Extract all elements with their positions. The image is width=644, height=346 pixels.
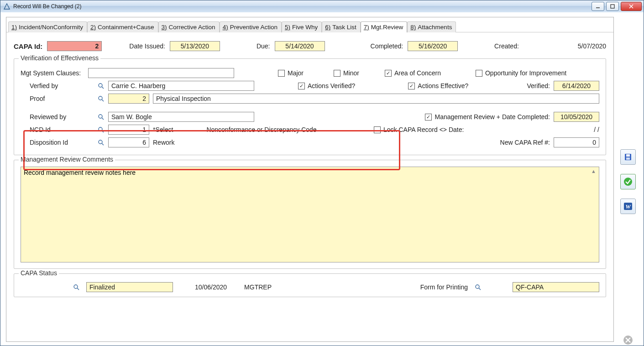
tab-incident[interactable]: 1)Incident/NonConformity [8,21,87,32]
form-print-field[interactable]: QF-CAPA [513,282,599,292]
word-export-button[interactable]: W [620,199,636,214]
proof-desc-field[interactable]: Physical Inspection [153,94,599,104]
actions-verified-checkbox[interactable]: Actions Verified? [298,82,355,89]
new-ref-field[interactable]: 0 [554,137,599,147]
dispo-lookup-icon[interactable] [97,139,105,146]
ncd-desc: Nonconformance or Discrepancy Code [184,126,339,133]
verified-by-label: Verfied by [21,82,94,89]
app-icon [3,3,10,10]
verified-by-field[interactable]: Carrie C. Haarberg [108,81,254,91]
form-print-label: Form for Printing [420,283,468,291]
svg-point-11 [99,127,102,131]
mgt-review-done-checkbox[interactable]: Management Review + Date Completed: [425,113,550,121]
cancel-button[interactable] [621,333,635,346]
close-button[interactable] [621,2,642,11]
status-date: 10/06/2020 [195,283,227,291]
word-icon: W [623,202,633,211]
aoc-checkbox[interactable]: Area of Concern [385,69,441,77]
minimize-button[interactable] [592,2,604,11]
svg-point-17 [476,285,479,288]
new-ref-label: New CAPA Ref #: [500,139,550,146]
verified-date-field[interactable]: 6/14/2020 [554,81,599,91]
proof-label: Proof [21,95,94,102]
date-issued-field[interactable]: 5/13/2020 [170,41,220,51]
created-value: 5/07/2020 [578,42,606,50]
reviewed-by-label: Reviewed by [21,113,94,121]
due-field[interactable]: 5/14/2020 [275,41,325,51]
svg-line-10 [102,118,104,120]
dispo-desc: Rework [153,139,199,146]
svg-point-9 [99,115,102,118]
proof-id-field[interactable]: 2 [108,94,149,104]
svg-line-16 [77,288,79,290]
date-issued-label: Date Issued: [129,42,165,50]
actions-effective-checkbox[interactable]: Actions Effective? [408,82,468,89]
tab-fivewhy[interactable]: 5)Five Why [282,21,322,32]
tab-tasklist[interactable]: 6)Task List [322,21,361,32]
verification-group: Verification of Effectiveness Mgt System… [14,58,606,155]
capa-id-field[interactable]: 2 [47,41,102,51]
svg-line-8 [102,100,104,101]
status-field[interactable]: Finalized [86,282,173,292]
window-buttons [590,2,644,11]
completed-field[interactable]: 5/16/2020 [408,41,458,51]
verified-date-label: Verified: [527,82,550,89]
due-label: Due: [257,42,270,50]
app-window: Record Will Be Changed (2) 1)Incident/No… [0,0,644,346]
comments-legend: Management Review Comments [19,156,115,163]
svg-rect-2 [611,5,614,8]
tab-strip: 1)Incident/NonConformity 2)Containment+C… [6,19,613,32]
comments-textarea[interactable] [21,167,599,262]
tab-corrective[interactable]: 3)Corrective Action [158,21,220,32]
ok-button[interactable] [620,174,636,189]
proof-lookup-icon[interactable] [97,95,105,102]
minor-checkbox[interactable]: Minor [334,69,359,77]
verification-legend: Verification of Effectiveness [19,54,100,62]
save-button[interactable] [620,149,636,165]
status-group: CAPA Status Finalized 10/06/2020 MGTREP … [14,273,606,297]
ofi-checkbox[interactable]: Opportunity for Improvement [476,69,566,77]
major-checkbox[interactable]: Major [278,69,304,77]
status-lookup-icon[interactable] [73,283,80,291]
mgt-review-date-field[interactable]: 10/05/2020 [554,112,599,122]
svg-rect-20 [626,154,630,157]
svg-point-5 [99,84,102,87]
scroll-up-icon[interactable]: ▲ [591,168,597,175]
dispo-id-label: Disposition Id [21,139,94,146]
svg-point-15 [74,285,78,288]
tab-preventive[interactable]: 4)Preventive Action [220,21,282,32]
svg-point-7 [99,96,102,100]
form-panel: 1)Incident/NonConformity 2)Containment+C… [6,17,614,342]
dispo-id-field[interactable]: 6 [108,137,149,147]
reviewed-by-field[interactable]: Sam W. Bogle [108,112,254,122]
ncd-id-field[interactable]: 1 [108,125,149,135]
side-toolbar: W [619,149,637,346]
form-area: CAPA Id: 2 Date Issued: 5/13/2020 Due: 5… [6,34,613,341]
verified-by-lookup-icon[interactable] [97,82,105,89]
lock-date-value: / / [594,126,599,133]
lock-checkbox[interactable]: Lock CAPA Record <> Date: [374,126,464,133]
clauses-label: Mgt System Clauses: [21,69,84,77]
svg-line-18 [479,288,481,290]
status-code: MGTREP [244,283,272,291]
clauses-field[interactable] [88,68,234,78]
ncd-id-label: NCD Id [21,126,94,133]
reviewed-by-lookup-icon[interactable] [97,113,105,121]
cancel-circle-icon [623,335,633,345]
completed-label: Completed: [371,42,403,50]
tab-containment[interactable]: 2)Containment+Cause [87,21,158,32]
svg-line-6 [102,87,104,89]
tab-mgtreview[interactable]: 7)Mgt.Review [361,21,408,32]
svg-rect-21 [626,157,630,160]
svg-point-13 [99,140,102,144]
svg-line-14 [102,143,104,145]
form-print-lookup-icon[interactable] [474,283,482,291]
checkmark-circle-icon [623,177,633,186]
summary-row: CAPA Id: 2 Date Issued: 5/13/2020 Due: 5… [14,41,606,51]
maximize-button[interactable] [606,2,619,11]
ncd-lookup-icon[interactable] [97,126,105,133]
comments-group: Management Review Comments ▲ [14,160,606,269]
titlebar: Record Will Be Changed (2) [0,0,644,13]
tab-attachments[interactable]: 8)Attachments [407,21,456,32]
window-title: Record Will Be Changed (2) [13,3,590,10]
